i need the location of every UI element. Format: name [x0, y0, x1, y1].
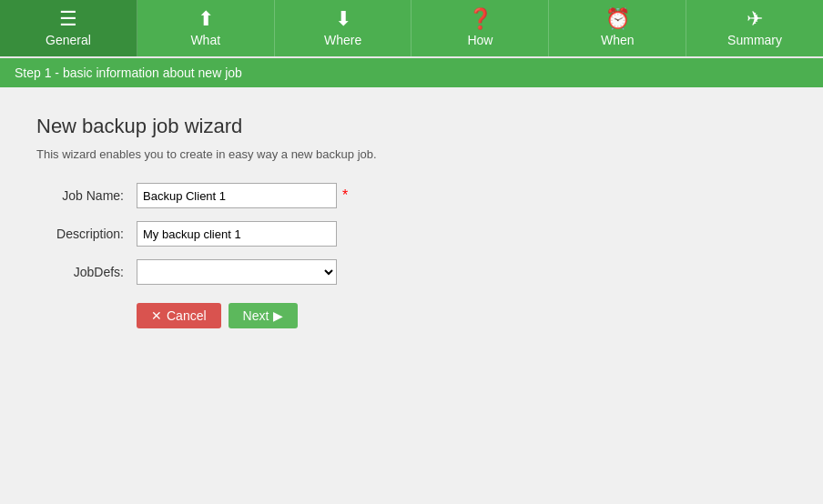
what-icon: ⬆ [198, 9, 214, 29]
description-label: Description: [36, 227, 137, 241]
wizard-step-what[interactable]: ⬆ What [137, 0, 275, 56]
next-button[interactable]: Next ▶ [229, 303, 299, 328]
wizard-subtitle: This wizard enables you to create in eas… [36, 147, 787, 161]
button-row: ✕ Cancel Next ▶ [137, 303, 787, 328]
next-icon: ▶ [273, 308, 283, 323]
wizard-form: Job Name: * Description: JobDefs: [36, 183, 787, 285]
when-label: When [601, 33, 635, 47]
wizard-step-summary[interactable]: ✈ Summary [686, 0, 823, 56]
general-icon: ☰ [59, 9, 77, 29]
summary-icon: ✈ [747, 9, 763, 29]
how-icon: ❓ [468, 9, 493, 29]
what-label: What [190, 33, 220, 47]
how-label: How [467, 33, 493, 47]
job-name-label: Job Name: [36, 188, 137, 203]
wizard-nav: ☰ General ⬆ What ⬇ Where ❓ How ⏰ When ✈ … [0, 0, 823, 56]
description-row: Description: [36, 221, 787, 247]
jobdefs-select[interactable] [137, 259, 337, 285]
wizard-step-where[interactable]: ⬇ Where [275, 0, 412, 56]
wizard-step-general[interactable]: ☰ General [0, 0, 137, 56]
where-icon: ⬇ [335, 9, 351, 29]
wizard-step-how[interactable]: ❓ How [412, 0, 549, 56]
breadcrumb: Step 1 - basic information about new job [0, 58, 823, 87]
where-label: Where [324, 33, 361, 47]
description-input[interactable] [137, 221, 337, 247]
required-indicator: * [342, 187, 348, 204]
wizard-step-when[interactable]: ⏰ When [549, 0, 686, 56]
cancel-button[interactable]: ✕ Cancel [137, 303, 221, 328]
cancel-icon: ✕ [151, 308, 162, 323]
job-name-row: Job Name: * [36, 183, 787, 208]
general-label: General [46, 33, 91, 47]
jobdefs-label: JobDefs: [36, 265, 137, 279]
summary-label: Summary [727, 33, 782, 47]
when-icon: ⏰ [605, 9, 630, 29]
job-name-input[interactable] [137, 183, 337, 208]
page-title: New backup job wizard [36, 115, 787, 138]
jobdefs-row: JobDefs: [36, 259, 787, 285]
main-content: New backup job wizard This wizard enable… [0, 87, 823, 504]
